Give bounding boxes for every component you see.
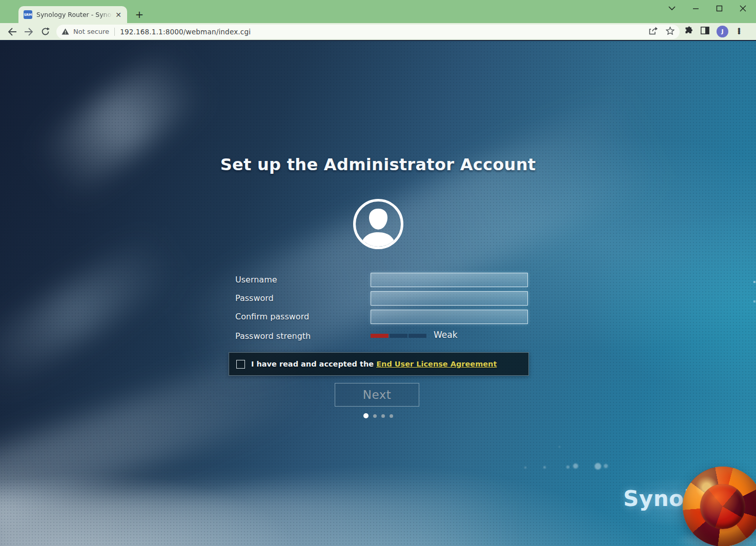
reload-button[interactable]	[38, 25, 52, 38]
username-input[interactable]	[371, 273, 528, 287]
strength-segment	[371, 334, 389, 338]
background-light-beam	[172, 93, 668, 394]
browser-tab[interactable]: SRM Synology Router - SynologyRout ✕	[18, 6, 127, 23]
tab-strip: SRM Synology Router - SynologyRout ✕ +	[0, 0, 756, 23]
security-label: Not secure	[73, 28, 109, 35]
maximize-button[interactable]	[715, 4, 723, 12]
share-icon[interactable]	[649, 27, 658, 37]
pagination-dot[interactable]	[373, 414, 377, 418]
strength-segment	[408, 334, 426, 338]
chevron-down-icon[interactable]	[668, 4, 676, 12]
close-window-button[interactable]	[739, 4, 747, 12]
address-bar[interactable]: Not secure 192.168.1.1:8000/webman/index…	[56, 25, 680, 39]
bookmark-star-icon[interactable]	[666, 27, 675, 37]
side-panel-icon[interactable]	[701, 27, 709, 36]
minimize-button[interactable]	[691, 4, 700, 12]
password-strength-meter	[371, 334, 426, 338]
password-input[interactable]	[371, 291, 528, 306]
tab-title: Synology Router - SynologyRout	[36, 11, 114, 18]
background-light-beam	[0, 233, 181, 393]
address-separator	[114, 28, 115, 36]
pagination-dot[interactable]	[363, 413, 369, 418]
toolbar-right: J •••	[685, 26, 743, 37]
next-button[interactable]: Next	[335, 383, 419, 407]
browser-menu-icon[interactable]: •••	[735, 29, 743, 35]
password-label: Password	[235, 293, 274, 303]
strength-segment	[390, 334, 407, 338]
back-button[interactable]	[6, 25, 19, 38]
admin-avatar-icon	[352, 197, 405, 251]
background-light-beam	[0, 492, 518, 546]
password-strength-label: Password strength	[235, 331, 311, 341]
pagination-dot[interactable]	[390, 414, 393, 418]
url-text[interactable]: 192.168.1.1:8000/webman/index.cgi	[120, 28, 251, 36]
forward-button[interactable]	[22, 25, 35, 38]
pagination-dot[interactable]	[381, 414, 385, 418]
srm-favicon-icon: SRM	[24, 10, 32, 19]
eula-checkbox[interactable]	[236, 360, 245, 369]
tab-close-icon[interactable]: ✕	[114, 10, 123, 19]
browser-window: SRM Synology Router - SynologyRout ✕ +	[0, 0, 756, 546]
page-title: Set up the Administrator Account	[0, 155, 756, 174]
window-controls	[668, 0, 752, 16]
eula-panel: I have read and accepted the End User Li…	[229, 352, 529, 376]
password-strength-value: Weak	[434, 330, 458, 340]
username-label: Username	[235, 275, 277, 285]
confirm-password-label: Confirm password	[235, 312, 309, 321]
pagination-dots	[0, 413, 756, 418]
setup-page: Set up the Administrator Account Usernam…	[0, 41, 756, 546]
eula-link[interactable]: End User License Agreement	[376, 360, 497, 368]
security-indicator[interactable]: Not secure	[62, 28, 109, 35]
eula-text: I have read and accepted the End User Li…	[251, 360, 497, 368]
profile-avatar[interactable]: J	[717, 26, 728, 37]
scrollbar-marks	[753, 281, 755, 312]
confirm-password-input[interactable]	[371, 310, 528, 324]
extensions-icon[interactable]	[685, 26, 693, 37]
orange-swirl-watermark-logo	[683, 467, 756, 546]
browser-toolbar: Not secure 192.168.1.1:8000/webman/index…	[0, 23, 756, 40]
background-light-beam	[35, 47, 206, 199]
new-tab-button[interactable]: +	[132, 7, 147, 22]
warning-triangle-icon	[62, 28, 69, 35]
